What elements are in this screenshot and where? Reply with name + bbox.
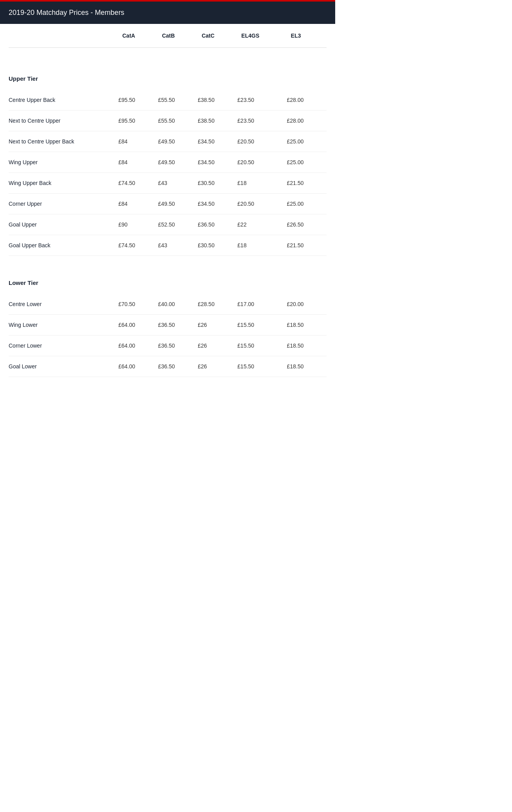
row-cata: £95.50 xyxy=(118,111,158,131)
row-el3: £18.50 xyxy=(287,335,327,356)
row-catb: £55.50 xyxy=(158,111,198,131)
table-row: Corner Upper £84 £49.50 £34.50 £20.50 £2… xyxy=(9,194,327,214)
table-row: Centre Upper Back £95.50 £55.50 £38.50 £… xyxy=(9,90,327,111)
row-el3: £20.00 xyxy=(287,294,327,315)
row-cata: £64.00 xyxy=(118,356,158,377)
row-el3: £18.50 xyxy=(287,356,327,377)
row-catc: £38.50 xyxy=(198,111,237,131)
row-name: Wing Upper Back xyxy=(9,173,118,194)
table-row: Wing Upper £84 £49.50 £34.50 £20.50 £25.… xyxy=(9,152,327,173)
row-catb: £40.00 xyxy=(158,294,198,315)
row-el4gs: £20.50 xyxy=(238,152,287,173)
row-catc: £28.50 xyxy=(198,294,237,315)
table-row: Goal Upper Back £74.50 £43 £30.50 £18 £2… xyxy=(9,235,327,256)
page-title: 2019-20 Matchday Prices - Members xyxy=(9,9,327,17)
row-catc: £38.50 xyxy=(198,90,237,111)
table-row: Next to Centre Upper £95.50 £55.50 £38.5… xyxy=(9,111,327,131)
row-name: Goal Lower xyxy=(9,356,118,377)
table-row: Corner Lower £64.00 £36.50 £26 £15.50 £1… xyxy=(9,335,327,356)
row-el4gs: £20.50 xyxy=(238,194,287,214)
row-name: Next to Centre Upper xyxy=(9,111,118,131)
table-row: Goal Upper £90 £52.50 £36.50 £22 £26.50 xyxy=(9,214,327,235)
row-catb: £49.50 xyxy=(158,194,198,214)
table-row: Wing Lower £64.00 £36.50 £26 £15.50 £18.… xyxy=(9,315,327,335)
row-cata: £90 xyxy=(118,214,158,235)
row-el4gs: £20.50 xyxy=(238,131,287,152)
row-catb: £36.50 xyxy=(158,356,198,377)
row-el4gs: £17.00 xyxy=(238,294,287,315)
col-catc: CatC xyxy=(198,24,237,48)
row-name: Centre Upper Back xyxy=(9,90,118,111)
row-catb: £36.50 xyxy=(158,315,198,335)
row-el3: £25.00 xyxy=(287,152,327,173)
row-name: Corner Lower xyxy=(9,335,118,356)
row-name: Wing Upper xyxy=(9,152,118,173)
col-el4gs: EL4GS xyxy=(238,24,287,48)
row-el3: £28.00 xyxy=(287,111,327,131)
row-el4gs: £22 xyxy=(238,214,287,235)
col-catb: CatB xyxy=(158,24,198,48)
section-label: Upper Tier xyxy=(9,60,327,90)
table-row: Wing Upper Back £74.50 £43 £30.50 £18 £2… xyxy=(9,173,327,194)
row-catb: £43 xyxy=(158,235,198,256)
table-row: Next to Centre Upper Back £84 £49.50 £34… xyxy=(9,131,327,152)
row-catc: £34.50 xyxy=(198,131,237,152)
row-catb: £52.50 xyxy=(158,214,198,235)
row-el4gs: £18 xyxy=(238,235,287,256)
row-catc: £26 xyxy=(198,356,237,377)
row-el4gs: £15.50 xyxy=(238,356,287,377)
col-section xyxy=(9,24,118,48)
row-cata: £84 xyxy=(118,152,158,173)
row-name: Next to Centre Upper Back xyxy=(9,131,118,152)
row-catb: £36.50 xyxy=(158,335,198,356)
row-el4gs: £18 xyxy=(238,173,287,194)
row-el3: £25.00 xyxy=(287,194,327,214)
section-header-lower-tier: Lower Tier xyxy=(9,264,327,294)
row-catb: £43 xyxy=(158,173,198,194)
row-catb: £49.50 xyxy=(158,152,198,173)
row-cata: £84 xyxy=(118,194,158,214)
row-el4gs: £23.50 xyxy=(238,90,287,111)
table-row: Goal Lower £64.00 £36.50 £26 £15.50 £18.… xyxy=(9,356,327,377)
section-header-upper-tier: Upper Tier xyxy=(9,60,327,90)
row-cata: £74.50 xyxy=(118,173,158,194)
row-cata: £64.00 xyxy=(118,335,158,356)
row-el3: £18.50 xyxy=(287,315,327,335)
row-catc: £26 xyxy=(198,335,237,356)
row-cata: £64.00 xyxy=(118,315,158,335)
section-label: Lower Tier xyxy=(9,264,327,294)
row-catc: £36.50 xyxy=(198,214,237,235)
row-cata: £84 xyxy=(118,131,158,152)
row-name: Goal Upper Back xyxy=(9,235,118,256)
row-el4gs: £15.50 xyxy=(238,315,287,335)
row-el4gs: £23.50 xyxy=(238,111,287,131)
row-catc: £34.50 xyxy=(198,152,237,173)
row-el3: £26.50 xyxy=(287,214,327,235)
table-row: Centre Lower £70.50 £40.00 £28.50 £17.00… xyxy=(9,294,327,315)
row-el3: £28.00 xyxy=(287,90,327,111)
row-cata: £95.50 xyxy=(118,90,158,111)
column-headers: CatA CatB CatC EL4GS EL3 xyxy=(9,24,327,48)
row-el3: £21.50 xyxy=(287,173,327,194)
row-catc: £30.50 xyxy=(198,173,237,194)
page-header: 2019-20 Matchday Prices - Members xyxy=(0,0,335,24)
row-catb: £55.50 xyxy=(158,90,198,111)
row-el3: £25.00 xyxy=(287,131,327,152)
row-name: Centre Lower xyxy=(9,294,118,315)
row-catb: £49.50 xyxy=(158,131,198,152)
row-cata: £74.50 xyxy=(118,235,158,256)
row-cata: £70.50 xyxy=(118,294,158,315)
row-el4gs: £15.50 xyxy=(238,335,287,356)
col-cata: CatA xyxy=(118,24,158,48)
row-catc: £34.50 xyxy=(198,194,237,214)
row-name: Corner Upper xyxy=(9,194,118,214)
row-el3: £21.50 xyxy=(287,235,327,256)
row-name: Goal Upper xyxy=(9,214,118,235)
row-name: Wing Lower xyxy=(9,315,118,335)
row-catc: £26 xyxy=(198,315,237,335)
row-catc: £30.50 xyxy=(198,235,237,256)
col-el3: EL3 xyxy=(287,24,327,48)
